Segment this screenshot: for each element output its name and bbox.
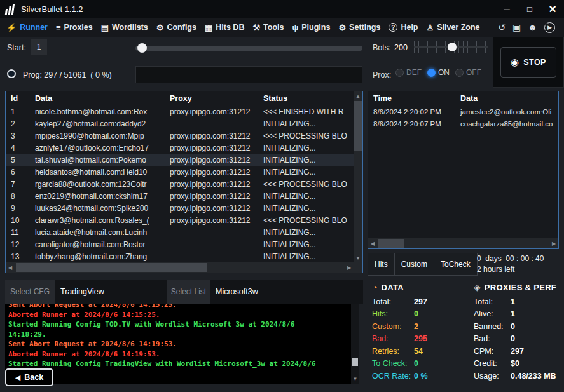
history-icon[interactable]: ↺	[498, 22, 506, 32]
perf-icon: ◈	[474, 282, 481, 292]
log-line: Started Running Config TOD.TV with Wordl…	[8, 320, 329, 339]
grid-horizontal-scrollbar[interactable]: ◀ ▶	[6, 262, 354, 273]
close-button[interactable]: ×	[541, 0, 564, 18]
col-header-data[interactable]: Data	[455, 94, 558, 103]
scroll-down-icon[interactable]: ▼	[351, 375, 359, 382]
stat-proxy-banned: Banned:0	[474, 320, 563, 333]
scrollbar-thumb[interactable]	[378, 239, 404, 248]
stop-button[interactable]: ◉ STOP	[500, 47, 556, 78]
nav-help[interactable]: ? Help	[389, 23, 418, 32]
col-header-id[interactable]: Id	[6, 94, 30, 103]
stat-proxy-bad: Bad:0	[474, 333, 563, 346]
col-header-status[interactable]: Status	[258, 94, 354, 103]
pie-chart-icon: ◔	[372, 282, 377, 292]
grid-row-selected[interactable]: 5tal.shuval@hotmail.com:Pokemoproxy.ipip…	[6, 154, 354, 166]
back-button[interactable]: ◀ Back	[5, 368, 53, 386]
proxy-mode-on[interactable]: ON	[427, 68, 450, 77]
grid-row[interactable]: 12canaligator@hotmail.com:BostorINITIALI…	[6, 238, 354, 250]
scroll-right-icon[interactable]: ▶	[549, 238, 558, 248]
stat-proxy-alive: Alive:1	[474, 308, 563, 321]
nav-silver-zone[interactable]: ♙ Silver Zone	[427, 23, 480, 32]
grid-row[interactable]: 3mpipes1990@hotmail.com:Mpipproxy.ipipgo…	[6, 130, 354, 142]
proxies-icon: ≡	[56, 23, 61, 32]
radio-icon	[395, 69, 404, 77]
nav-runner[interactable]: ⚡ Runner	[6, 23, 48, 32]
grid-header: Id Data Proxy Status	[6, 91, 354, 105]
hit-row[interactable]: 8/6/2024 2:20:07 PMcoachgalarza85@hotmai…	[368, 118, 558, 130]
stat-retries: Retries:54	[372, 345, 471, 358]
grid-row[interactable]: 11lucia.ataide@hotmail.com:LucinhINITIAL…	[6, 226, 354, 238]
scrollbar-thumb[interactable]	[352, 358, 358, 366]
hits-horizontal-scrollbar[interactable]: ◀ ▶	[368, 238, 558, 248]
grid-row[interactable]: 4aznlyfe17@outlook.com:Ericho17proxy.ipi…	[6, 142, 354, 154]
prox-label: Prox:	[373, 71, 391, 79]
grid-row[interactable]: 2kaylep27@hotmail.com:daddyd2INITIALIZIN…	[6, 118, 354, 130]
tab-hits[interactable]: Hits	[368, 253, 395, 276]
database-icon: ▦	[205, 23, 212, 32]
grid-row[interactable]: 1nicole.bothma@hotmail.com:Roxproxy.ipip…	[6, 105, 354, 118]
main-nav: ⚡ Runner ≡ Proxies ▤ Wordlists ⚙ Configs…	[0, 18, 564, 37]
col-header-data[interactable]: Data	[30, 94, 165, 103]
start-slider[interactable]	[135, 46, 362, 51]
selector-row: Select CFG TradingView Select List Micro…	[5, 280, 363, 304]
bots-label: Bots:	[373, 43, 391, 52]
select-wordlist-button[interactable]: Select List	[167, 280, 210, 304]
stat-proxy-total: Total:1	[474, 295, 563, 308]
nav-configs[interactable]: ⚙ Configs	[156, 23, 196, 32]
grid-row[interactable]: 6heidsantos@hotmail.com:Heid10proxy.ipip…	[6, 166, 354, 178]
radio-icon	[455, 69, 464, 77]
grid-row[interactable]: 7rgarcia88@outlook.com:123Coltrproxy.ipi…	[6, 178, 354, 190]
stat-credit: Credit:$0	[474, 358, 563, 370]
log-line: Aborted Runner at 2024/8/6 14:15:25.	[8, 310, 329, 320]
hits-header: Time Data	[368, 91, 558, 105]
log-line: Aborted Runner at 2024/8/6 14:19:53.	[8, 349, 329, 360]
scroll-left-icon[interactable]: ◀	[6, 262, 15, 273]
scroll-right-icon[interactable]: ▶	[345, 262, 354, 273]
stat-custom: Custom:2	[372, 320, 471, 333]
nav-tools[interactable]: ⚒ Tools	[252, 23, 284, 32]
person-icon: ♙	[427, 23, 434, 32]
tab-tocheck[interactable]: ToCheck	[434, 253, 478, 276]
nav-settings[interactable]: ⚙ Settings	[338, 23, 380, 32]
tab-custom[interactable]: Custom	[394, 253, 434, 276]
data-stats-title: DATA	[381, 283, 403, 292]
maximize-button[interactable]: □	[518, 0, 541, 18]
log-line: Sent Abort Request at 2024/8/6 14:15:25.	[8, 304, 329, 310]
nav-wordlists[interactable]: ▤ Wordlists	[101, 23, 148, 32]
runner-icon: ⚡	[6, 23, 17, 32]
select-config-button[interactable]: Select CFG	[5, 280, 55, 304]
scrollbar-thumb[interactable]	[16, 263, 207, 272]
nav-hits-db[interactable]: ▦ Hits DB	[205, 23, 244, 32]
nav-proxies[interactable]: ≡ Proxies	[56, 23, 93, 32]
start-slider-thumb[interactable]	[137, 43, 147, 53]
log-scrollbar[interactable]: ▼	[351, 304, 359, 384]
start-input[interactable]: 1	[31, 39, 47, 55]
scroll-down-icon[interactable]: ▼	[354, 253, 362, 262]
hit-row[interactable]: 8/6/2024 2:20:02 PMjameslee2@outlook.com…	[368, 105, 558, 118]
proxy-mode-def[interactable]: DEF	[395, 68, 422, 77]
nav-plugins[interactable]: ψ Plugins	[292, 23, 330, 32]
app-logo-icon	[5, 4, 15, 15]
grid-row[interactable]: 8enz0219@hotmail.com:ckshim17proxy.ipipg…	[6, 190, 354, 202]
telegram-icon[interactable]: ▶	[544, 22, 555, 33]
stat-ocr-rate: OCR Rate:0 %	[372, 370, 471, 382]
proxy-mode-off[interactable]: OFF	[455, 68, 481, 77]
grid-row[interactable]: 9luukas24@hotmail.com:Spike200proxy.ipip…	[6, 202, 354, 214]
screenshot-camera-icon[interactable]: ▣	[512, 22, 521, 32]
grid-row[interactable]: 13tobbyzhang@hotmail.com:ZhangINITIALIZI…	[6, 250, 354, 262]
scroll-left-icon[interactable]: ◀	[368, 238, 377, 248]
grid-row[interactable]: 10clarawr3@hotmail.com:Rosales_(proxy.ip…	[6, 214, 354, 226]
stat-cpm: CPM:297	[474, 345, 563, 358]
minimize-button[interactable]: ─	[495, 0, 518, 18]
grid-vertical-scrollbar[interactable]: ▲ ▼	[354, 91, 362, 262]
scroll-up-icon[interactable]: ▲	[354, 91, 362, 100]
bots-value: 200	[394, 43, 408, 52]
proxy-mode-group: DEF ON OFF	[395, 68, 481, 77]
bots-slider[interactable]	[414, 40, 488, 54]
scrollbar-thumb[interactable]	[354, 101, 362, 151]
radio-icon-selected	[427, 69, 436, 77]
col-header-proxy[interactable]: Proxy	[165, 94, 258, 103]
discord-icon[interactable]: ☻	[528, 22, 537, 32]
stat-tocheck: To Check:0	[372, 358, 471, 370]
col-header-time[interactable]: Time	[368, 94, 455, 103]
